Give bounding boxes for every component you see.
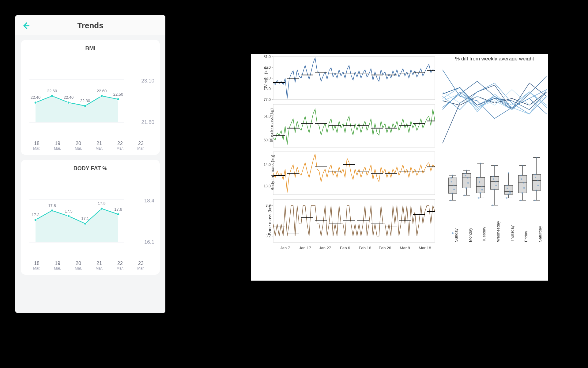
weekday-tick: Wednesday — [496, 221, 500, 242]
svg-point-158 — [507, 194, 509, 195]
svg-point-163 — [507, 188, 508, 189]
weekly-diff-lines-chart — [441, 62, 548, 148]
svg-point-186 — [537, 185, 539, 186]
svg-text:14.0: 14.0 — [264, 163, 271, 167]
svg-point-11 — [100, 95, 103, 97]
xaxis-tick: 20Mar. — [75, 261, 82, 270]
svg-point-175 — [521, 178, 522, 180]
svg-point-21 — [67, 215, 70, 217]
xaxis-tick: Jan 17 — [299, 246, 311, 250]
xaxis-tick: 19Mar. — [54, 261, 61, 270]
svg-rect-119 — [462, 174, 471, 188]
page-title: Trends — [21, 21, 159, 30]
svg-text:17.1: 17.1 — [81, 216, 89, 221]
svg-text:22.40: 22.40 — [64, 95, 74, 100]
svg-text:22.40: 22.40 — [31, 95, 41, 100]
app-header: Trends — [15, 15, 165, 35]
svg-point-174 — [523, 187, 525, 189]
svg-text:17.9: 17.9 — [98, 201, 105, 206]
bone-ylabel: Bone mass (kg) — [267, 205, 272, 235]
weekday-tick: Friday — [524, 231, 528, 242]
svg-point-187 — [535, 177, 536, 178]
svg-text:22.50: 22.50 — [113, 92, 123, 97]
svg-point-110 — [453, 185, 454, 186]
svg-point-173 — [522, 165, 523, 166]
svg-point-19 — [51, 209, 53, 212]
weekday-tick: Thursday — [510, 225, 514, 242]
svg-point-138 — [481, 189, 483, 190]
svg-point-145 — [492, 205, 494, 206]
mobile-trends-screen: Trends BMI 22.4022.6022.4022.3022.6022.5… — [15, 15, 165, 313]
bmi-chart: 22.4022.6022.4022.3022.6022.50 23.10 21.… — [26, 61, 154, 138]
svg-point-169 — [520, 200, 522, 201]
svg-text:17.5: 17.5 — [65, 209, 72, 213]
svg-point-157 — [506, 197, 507, 199]
bodyfat-card[interactable]: BODY FAT % 17.317.817.517.117.917.6 18.4… — [21, 160, 160, 275]
xaxis-tick: Feb 26 — [379, 246, 391, 250]
bone-panel: Bone mass (kg) 3.23.3 — [251, 196, 438, 244]
weight-panel: Weight (kg) 77.078.079.080.081.0 — [251, 54, 438, 101]
xaxis-tick: Jan 27 — [319, 246, 331, 250]
svg-text:17.6: 17.6 — [114, 207, 122, 212]
weekday-tick: Tuesday — [482, 227, 486, 242]
svg-point-146 — [493, 189, 495, 190]
svg-point-170 — [522, 192, 523, 194]
svg-text:17.3: 17.3 — [32, 213, 39, 217]
svg-point-17 — [34, 219, 37, 221]
bodyfat-xaxis: 18Mar.19Mar.20Mar.21Mar.22Mar.23Mar. — [26, 261, 154, 270]
xaxis-tick: 18Mar. — [33, 261, 40, 270]
svg-rect-143 — [490, 176, 499, 189]
xaxis-tick: 23Mar. — [137, 141, 144, 151]
svg-point-126 — [467, 182, 469, 184]
weekly-diff-title: % diff from weekly average weight — [441, 54, 548, 62]
svg-point-161 — [508, 172, 509, 174]
svg-text:13.0: 13.0 — [264, 184, 271, 188]
bodyfat-chart: 17.317.817.517.117.917.6 18.4 16.1 — [26, 181, 154, 258]
svg-point-127 — [465, 175, 466, 176]
xaxis-tick: Mar 8 — [400, 246, 410, 250]
svg-point-13 — [117, 98, 119, 101]
bodyfat-ymin-label: 16.1 — [144, 239, 154, 245]
svg-point-147 — [495, 181, 496, 182]
svg-point-134 — [480, 192, 481, 194]
weight-ylabel: Weight (kg) — [263, 67, 268, 88]
svg-point-183 — [537, 180, 538, 181]
svg-point-160 — [506, 185, 508, 186]
svg-point-181 — [534, 200, 536, 201]
svg-rect-167 — [518, 175, 527, 193]
weekly-diff-xaxis: SundayMondayTuesdayWednesdayThursdayFrid… — [441, 240, 548, 267]
svg-point-9 — [84, 105, 86, 107]
bodyfat-panel: Body fat mass (kg) 13.014.0 — [251, 149, 438, 196]
svg-point-151 — [493, 178, 494, 180]
svg-point-135 — [481, 186, 482, 187]
svg-point-185 — [536, 157, 537, 158]
svg-point-115 — [452, 232, 454, 234]
svg-text:77.0: 77.0 — [264, 98, 271, 101]
weekly-diff-column: % diff from weekly average weight Sunday… — [441, 54, 548, 281]
xaxis-tick: 20Mar. — [75, 141, 82, 151]
svg-point-112 — [452, 175, 453, 176]
xaxis-tick: 22Mar. — [116, 261, 123, 270]
svg-point-172 — [520, 175, 522, 176]
svg-point-184 — [534, 174, 536, 175]
timeseries-xaxis: Jan 7Jan 17Jan 27Feb 6Feb 16Feb 26Mar 8M… — [273, 244, 438, 256]
svg-point-150 — [495, 185, 497, 186]
svg-point-7 — [67, 101, 70, 104]
xaxis-tick: 21Mar. — [96, 261, 103, 270]
svg-point-182 — [535, 190, 537, 191]
xaxis-tick: 23Mar. — [137, 261, 144, 270]
svg-point-114 — [451, 181, 452, 182]
svg-point-159 — [509, 191, 511, 192]
svg-rect-131 — [477, 178, 485, 193]
svg-point-171 — [523, 182, 525, 184]
xaxis-tick: Jan 7 — [280, 246, 290, 250]
svg-point-133 — [478, 197, 480, 199]
svg-text:81.0: 81.0 — [264, 55, 271, 59]
muscle-panel: Muscle mass (kg) 60.061.0 — [251, 101, 438, 149]
weekday-tick: Sunday — [454, 228, 458, 242]
weekday-tick: Monday — [468, 228, 473, 242]
svg-point-124 — [464, 173, 466, 174]
bmi-card[interactable]: BMI 22.4022.6022.4022.3022.6022.50 23.10… — [21, 40, 160, 155]
svg-point-136 — [478, 177, 480, 178]
xaxis-tick: 18Mar. — [33, 141, 40, 151]
